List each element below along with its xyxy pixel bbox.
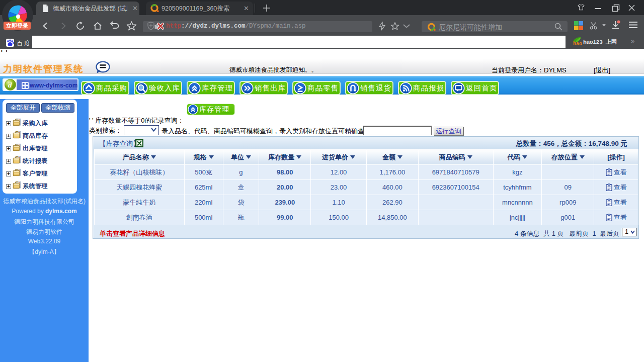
svg-text:d: d [8, 81, 12, 89]
